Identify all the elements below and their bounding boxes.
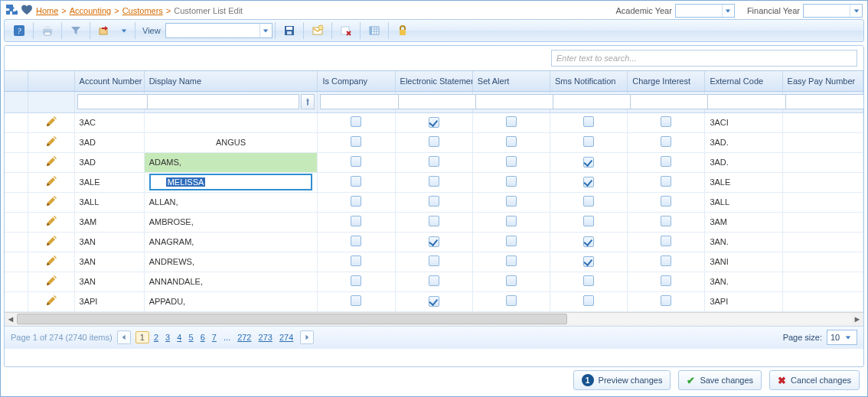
checkbox[interactable] bbox=[429, 156, 439, 167]
table-row[interactable]: 3AMAMBROSE,3AM bbox=[5, 212, 863, 232]
pager-page[interactable]: 273 bbox=[256, 333, 275, 342]
filter-easy[interactable] bbox=[785, 94, 864, 109]
edit-row-icon[interactable] bbox=[45, 220, 57, 229]
checkbox[interactable] bbox=[583, 116, 594, 127]
checkbox[interactable] bbox=[429, 117, 439, 128]
help-button[interactable]: ? bbox=[8, 21, 31, 40]
checkbox[interactable] bbox=[351, 136, 361, 147]
checkbox[interactable] bbox=[583, 216, 594, 226]
display-name-cell[interactable]: AMBROSE, bbox=[144, 212, 318, 232]
filter-button[interactable] bbox=[64, 21, 87, 40]
checkbox[interactable] bbox=[506, 275, 517, 286]
checkbox[interactable] bbox=[351, 116, 361, 127]
columns-button[interactable] bbox=[363, 21, 386, 40]
edit-row-icon[interactable] bbox=[45, 299, 57, 308]
save-view-button[interactable] bbox=[278, 21, 301, 40]
edit-row-icon[interactable] bbox=[45, 279, 57, 288]
search-input[interactable] bbox=[551, 50, 857, 67]
checkbox[interactable] bbox=[583, 295, 594, 306]
external-code-cell[interactable]: 3AN. bbox=[705, 232, 782, 252]
filter-pin-icon[interactable] bbox=[301, 94, 315, 109]
checkbox[interactable] bbox=[583, 157, 594, 168]
table-row[interactable]: 3ANANAGRAM,3AN. bbox=[5, 232, 863, 252]
account-cell[interactable]: 3AN bbox=[74, 272, 144, 291]
checkbox[interactable] bbox=[583, 196, 594, 207]
table-row[interactable]: 3ADANGUS3AD. bbox=[5, 132, 863, 152]
col-sms-notification[interactable]: Sms Notification bbox=[550, 71, 628, 91]
col-electronic-statement[interactable]: Electronic Statement bbox=[395, 71, 472, 91]
horizontal-scrollbar[interactable]: ◄ ► bbox=[5, 312, 863, 326]
edit-row-icon[interactable] bbox=[45, 259, 57, 268]
checkbox[interactable] bbox=[429, 196, 439, 207]
scroll-thumb[interactable] bbox=[17, 314, 567, 324]
delete-view-button[interactable] bbox=[334, 21, 357, 40]
scroll-left-icon[interactable]: ◄ bbox=[5, 313, 17, 325]
edit-row-icon[interactable] bbox=[45, 239, 57, 249]
external-code-cell[interactable]: 3ALE bbox=[705, 172, 782, 192]
checkbox[interactable] bbox=[661, 216, 671, 226]
edit-row-icon[interactable] bbox=[45, 180, 57, 189]
table-row[interactable]: 3APIAPPADU,3API bbox=[5, 291, 863, 311]
external-code-cell[interactable]: 3AD. bbox=[705, 132, 782, 152]
checkbox[interactable] bbox=[661, 156, 671, 167]
edit-row-icon[interactable] bbox=[45, 200, 57, 209]
table-row[interactable]: 3ADADAMS,3AD. bbox=[5, 152, 863, 172]
pager-page[interactable]: 3 bbox=[163, 333, 172, 342]
checkbox[interactable] bbox=[429, 136, 439, 147]
checkbox[interactable] bbox=[661, 176, 671, 187]
checkbox[interactable] bbox=[351, 295, 361, 306]
checkbox[interactable] bbox=[351, 216, 361, 226]
filter-display-name[interactable] bbox=[147, 94, 300, 109]
checkbox[interactable] bbox=[661, 116, 671, 127]
breadcrumb-accounting[interactable]: Accounting bbox=[70, 6, 111, 15]
display-name-cell[interactable]: ANDREWS, bbox=[144, 252, 318, 272]
col-account[interactable]: Account Number bbox=[74, 71, 144, 91]
checkbox[interactable] bbox=[351, 156, 361, 167]
checkbox[interactable] bbox=[506, 295, 517, 306]
checkbox[interactable] bbox=[351, 176, 361, 187]
table-row[interactable]: 3ALLALLAN,3ALL bbox=[5, 192, 863, 212]
checkbox[interactable] bbox=[429, 255, 439, 266]
checkbox[interactable] bbox=[429, 216, 439, 226]
pager-page[interactable]: 4 bbox=[175, 333, 184, 342]
col-edit[interactable] bbox=[28, 71, 74, 91]
checkbox[interactable] bbox=[661, 196, 671, 207]
checkbox[interactable] bbox=[661, 236, 671, 246]
display-name-cell[interactable]: ANAGRAM, bbox=[144, 232, 318, 252]
checkbox[interactable] bbox=[351, 236, 361, 246]
pager-page[interactable]: 272 bbox=[235, 333, 253, 342]
lock-button[interactable] bbox=[391, 21, 414, 40]
checkbox[interactable] bbox=[429, 296, 439, 307]
account-cell[interactable]: 3AC bbox=[74, 112, 144, 132]
checkbox[interactable] bbox=[351, 255, 361, 266]
external-code-cell[interactable]: 3AD. bbox=[705, 152, 782, 172]
account-cell[interactable]: 3ALE bbox=[74, 172, 144, 192]
account-cell[interactable]: 3AD bbox=[74, 152, 144, 172]
checkbox[interactable] bbox=[661, 295, 671, 306]
display-name-editor[interactable]: MELISSA bbox=[149, 174, 313, 190]
chevron-down-icon[interactable] bbox=[259, 24, 272, 37]
table-row[interactable]: 3ANANNANDALE,3AN. bbox=[5, 272, 863, 291]
col-display-name[interactable]: Display Name bbox=[144, 71, 318, 91]
table-row[interactable]: 3ANANDREWS,3ANI bbox=[5, 252, 863, 272]
external-code-cell[interactable]: 3API bbox=[705, 291, 782, 311]
display-name-cell[interactable]: ALLAN, bbox=[144, 192, 318, 212]
financial-year-dropdown[interactable] bbox=[803, 4, 863, 18]
checkbox[interactable] bbox=[583, 275, 594, 286]
print-button[interactable] bbox=[36, 21, 59, 40]
account-cell[interactable]: 3AD bbox=[74, 132, 144, 152]
display-name-cell[interactable]: ANNANDALE, bbox=[144, 272, 318, 291]
checkbox[interactable] bbox=[429, 275, 439, 286]
pager-page[interactable]: 1 bbox=[135, 331, 149, 343]
external-code-cell[interactable]: 3AM bbox=[705, 212, 782, 232]
display-name-cell[interactable]: ADAMS, bbox=[144, 152, 318, 172]
checkbox[interactable] bbox=[506, 236, 517, 246]
account-cell[interactable]: 3AN bbox=[74, 252, 144, 272]
checkbox[interactable] bbox=[583, 256, 594, 267]
checkbox[interactable] bbox=[351, 196, 361, 207]
chevron-down-icon[interactable] bbox=[843, 330, 853, 344]
pager-page[interactable]: 5 bbox=[186, 333, 195, 342]
checkbox[interactable] bbox=[506, 116, 517, 127]
col-is-company[interactable]: Is Company bbox=[318, 71, 395, 91]
checkbox[interactable] bbox=[583, 136, 594, 147]
